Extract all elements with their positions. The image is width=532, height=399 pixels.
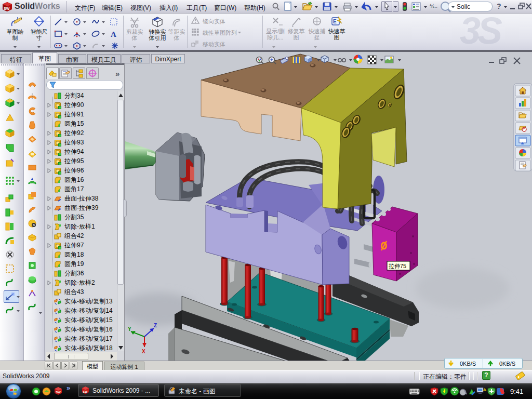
svg-text:拉伸75: 拉伸75 xyxy=(389,263,406,269)
svg-text:Y: Y xyxy=(128,326,131,332)
svg-text:Z: Z xyxy=(154,323,157,328)
svg-text:A: A xyxy=(111,30,116,38)
svg-text:SW: SW xyxy=(83,390,88,393)
svg-text:E: E xyxy=(333,19,337,24)
svg-text:X: X xyxy=(142,349,145,354)
svg-text:!: ! xyxy=(484,388,485,391)
svg-text:SW: SW xyxy=(4,7,10,10)
svg-text:SW: SW xyxy=(56,391,61,394)
